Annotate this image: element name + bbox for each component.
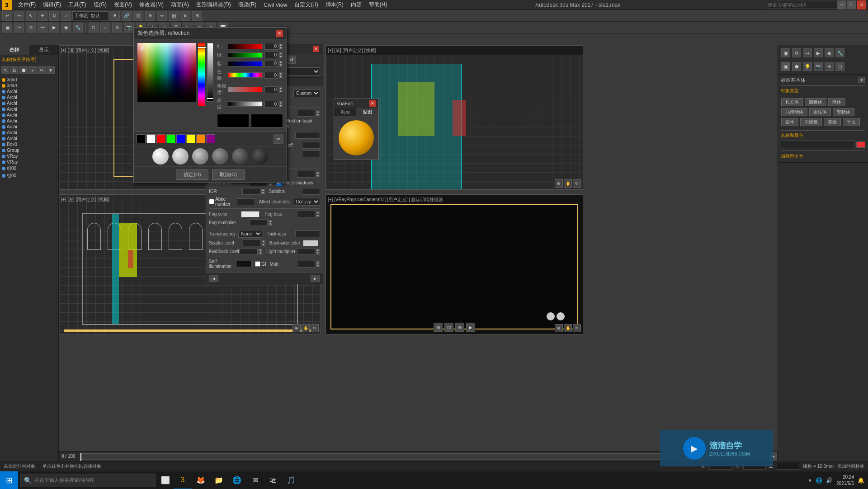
blue-down[interactable]: ▼ [278,64,283,67]
btn-tube[interactable]: 管状体 [833,108,854,116]
btn-teapot[interactable]: 茶壶 [824,118,841,126]
max-depth-up[interactable]: ▲ [316,110,320,113]
nav-pan3[interactable]: ✋ [302,324,310,332]
workarea-dropdown[interactable]: 工作区: 默认 [72,11,108,20]
tb-dropdown[interactable]: ▼ [110,11,120,21]
menu-group[interactable]: 组(G) [90,0,110,9]
max-depth2-down[interactable]: ▼ [316,174,320,178]
menu-graph-editor[interactable]: 图形编辑器(D) [193,0,235,9]
tool-fence[interactable]: ⬟ [19,66,28,74]
color-picker-close-button[interactable]: ✕ [276,30,283,37]
abbe-checkbox[interactable] [209,199,214,204]
swatch-black[interactable] [137,134,146,143]
tb-camera[interactable]: 📷 [124,23,134,33]
gi-checkbox[interactable] [255,261,260,267]
utility-icon[interactable]: 🔧 [835,48,844,57]
fog-bias-down[interactable]: ▼ [316,214,320,217]
btn-torus[interactable]: 圆环 [781,118,798,126]
green-down[interactable]: ▼ [278,55,283,58]
tb-cylinder[interactable]: ⊘ [112,23,122,33]
tb-rotate[interactable]: ↻ [49,11,59,21]
swatch-purple[interactable] [206,134,215,143]
cam-nav1[interactable]: ⊞ [434,323,443,332]
tb-display[interactable]: ◉ [61,23,71,33]
shape-icon[interactable]: ⬟ [792,62,801,71]
fwd-back-up[interactable]: ▲ [258,249,263,252]
cam-icon[interactable]: 📷 [814,62,823,71]
fog-bias-up[interactable]: ▲ [316,211,320,214]
light-mult-down[interactable]: ▼ [316,252,320,255]
val-down[interactable]: ▼ [278,104,283,107]
tool-lasso[interactable]: ∘ [28,66,37,74]
vray-nav-left[interactable]: ◄ [209,275,218,282]
menu-edit[interactable]: 编辑(E) [39,0,65,9]
tb-mirror[interactable]: ⇔ [157,11,167,21]
tb-layer[interactable]: ≡ [180,11,190,21]
menu-civil-view[interactable]: Civil View [260,1,291,9]
sphere-preview-4[interactable] [212,148,228,165]
notification-icon[interactable]: 🔔 [858,477,864,484]
btn-pyramid[interactable]: 四棱锥 [800,118,822,126]
cam-nav3[interactable]: ⊕ [455,323,464,332]
swatch-red[interactable] [156,134,165,143]
tree-item[interactable]: Archi [1,112,57,118]
menu-tools[interactable]: 工具(T) [65,0,90,9]
tb-hierarchy[interactable]: ⊶ [38,23,47,33]
ior-up[interactable]: ▲ [261,188,265,192]
swatch-yellow[interactable] [186,134,195,143]
tool-region[interactable]: ⊡ [10,66,19,74]
tb-link[interactable]: 🔗 [122,11,132,21]
tree-item[interactable]: VRay [1,159,57,165]
tb-align[interactable]: ▤ [169,11,179,21]
tree-item[interactable]: Archi [1,94,57,100]
cam-nav4[interactable]: ▶ [466,323,475,332]
tree-item[interactable]: Archi [1,130,57,136]
create-icon[interactable]: ▣ [781,48,790,57]
sha-fa1-close[interactable]: ✕ [369,100,376,107]
light-mult-up[interactable]: ▲ [316,249,320,252]
value-bar[interactable] [207,43,213,102]
restore-button[interactable]: □ [847,0,856,9]
tree-item[interactable]: 3ddd [1,77,57,83]
tree-item[interactable]: Archi [1,89,57,94]
btn-sphere[interactable]: 球体 [828,98,845,106]
tb-utility[interactable]: 🔧 [73,23,83,33]
nav-orbit2[interactable]: ↻ [573,179,581,188]
red-down[interactable]: ▼ [278,47,283,50]
vray-nav-right[interactable]: ► [311,275,320,282]
fwd-back-input[interactable]: 1.0 [240,248,258,255]
taskbar-app-explorer[interactable]: 📁 [210,471,228,489]
hue-down[interactable]: ▼ [278,75,283,78]
self-illum-swatch[interactable] [236,261,251,267]
hierarchy-icon[interactable]: ⊶ [803,48,812,57]
sphere-preview-1[interactable] [152,148,169,165]
fog-bias-input[interactable]: 0.0 [297,211,315,217]
tray-network[interactable]: 🌐 [816,477,822,484]
red-input[interactable] [264,43,278,50]
menu-custom[interactable]: 自定义(U) [291,0,322,9]
expand-btn[interactable]: ▼ [859,77,865,83]
sat-down[interactable]: ▼ [278,89,283,93]
sha-fa1-tab-animate[interactable]: 动画 [334,108,356,116]
fog-color-swatch[interactable] [241,211,259,217]
tree-item[interactable]: Group [1,147,57,153]
tb-modify[interactable]: ⚙ [26,23,36,33]
green-input[interactable] [264,52,278,58]
menu-content[interactable]: 内容 [347,0,365,9]
mult-down[interactable]: ▼ [316,264,320,267]
btn-cylinder[interactable]: 圆柱体 [809,108,831,116]
ior-input[interactable]: 1.6 [242,188,260,195]
thickness-input[interactable]: 1000.0mm [295,230,320,237]
val-input[interactable] [264,101,278,108]
scatter-input[interactable]: 0.0 [243,240,261,246]
blue-input[interactable] [264,60,278,67]
tree-item[interactable]: 3ddd [1,83,57,89]
nav-orbit4[interactable]: ↻ [573,324,581,332]
taskbar-search[interactable]: 🔍 在这里输入你要搜索的内容 [20,474,156,487]
tb-clone[interactable]: ⊞ [192,11,202,21]
red-up[interactable]: ▲ [278,43,283,47]
taskbar-app-edge[interactable]: 🌐 [228,471,246,489]
color-picker-title-bar[interactable]: 颜色选择器: reflection ✕ [134,28,287,39]
vray-close-button[interactable]: ✕ [313,46,319,52]
tree-item[interactable]: Archi [1,136,57,141]
